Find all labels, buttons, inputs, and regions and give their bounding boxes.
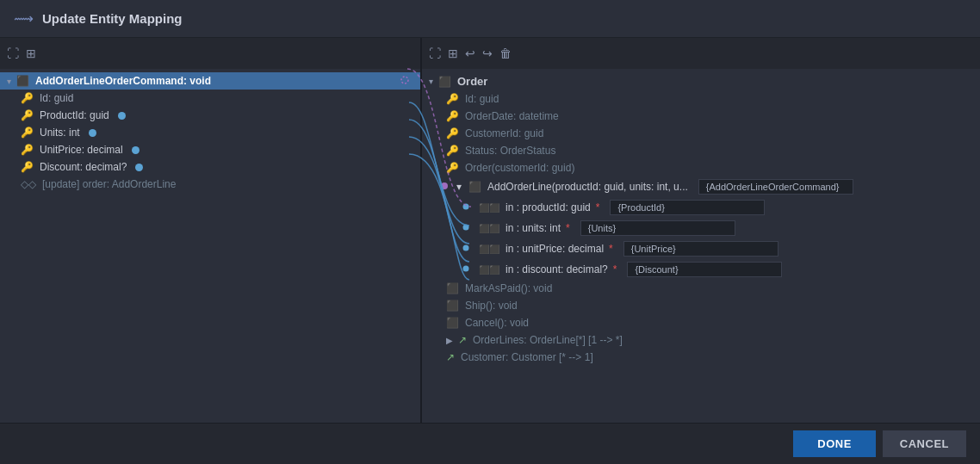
key-icon-3: 🔑 bbox=[21, 127, 34, 139]
right-tree: ▾ ⬛ Order 🔑 Id: guid 🔑 OrderDate: dateti… bbox=[422, 69, 980, 369]
right-root-chevron: ▾ bbox=[429, 77, 433, 86]
right-method-cube: ⬛ bbox=[468, 181, 481, 193]
orderlines-chevron: ▶ bbox=[446, 336, 453, 345]
param-unitprice-label: in : unitPrice: decimal bbox=[506, 243, 604, 255]
connector-dot-units bbox=[89, 129, 96, 137]
link-icon: ◇◇ bbox=[21, 178, 36, 190]
mapping-productid: {ProductId} bbox=[610, 200, 765, 215]
right-item-param-discount: ⬛⬛ in : discount: decimal? * {Discount} bbox=[422, 259, 980, 280]
svg-point-1 bbox=[441, 183, 448, 189]
left-item-update: ◇◇ [update] order: AddOrderLine bbox=[0, 176, 420, 193]
svg-point-2 bbox=[463, 203, 469, 209]
mapping-addorderline: {AddOrderLineOrderCommand} bbox=[698, 179, 853, 195]
svg-point-3 bbox=[463, 224, 469, 230]
right-customerid-label: CustomerId: guid bbox=[465, 127, 543, 139]
right-item-param-productid: ⬛⬛ in : productId: guid * {ProductId} bbox=[422, 197, 980, 218]
right-chevron-method: ▾ bbox=[456, 181, 462, 193]
method-cube-cancel: ⬛ bbox=[446, 317, 459, 329]
right-key-status: 🔑 bbox=[446, 145, 459, 157]
right-panel: ⛶ ⊞ ↩ ↪ 🗑 ▾ ⬛ Order 🔑 Id: guid 🔑 OrderDa… bbox=[422, 38, 980, 423]
left-productid-label: ProductId: guid bbox=[40, 109, 109, 121]
right-item-customer: ↗ Customer: Customer [* --> 1] bbox=[422, 349, 980, 366]
dialog-footer: DONE CANCEL bbox=[0, 423, 980, 464]
right-item-orderlines: ▶ ↗ OrderLines: OrderLine[*] [1 --> *] bbox=[422, 331, 980, 349]
chevron-down-icon: ▾ bbox=[7, 77, 11, 86]
delete-icon[interactable]: 🗑 bbox=[499, 46, 512, 60]
key-icon-4: 🔑 bbox=[21, 144, 34, 156]
left-item-unitprice: 🔑 UnitPrice: decimal bbox=[0, 141, 420, 158]
right-ctor-label: Order(customerId: guid) bbox=[465, 162, 574, 174]
param-connector-unitprice bbox=[460, 243, 472, 256]
mapping-units: {Units} bbox=[580, 220, 735, 236]
right-id-label: Id: guid bbox=[465, 93, 499, 105]
nav-icon-customer: ↗ bbox=[446, 351, 455, 363]
param-cube-productid: ⬛⬛ bbox=[479, 203, 499, 213]
right-item-order-ctor: 🔑 Order(customerId: guid) bbox=[422, 159, 980, 176]
undo-icon[interactable]: ↩ bbox=[465, 46, 475, 60]
param-cube-discount: ⬛⬛ bbox=[479, 265, 499, 275]
right-item-param-units: ⬛⬛ in : units: int * {Units} bbox=[422, 218, 980, 238]
right-item-param-unitprice: ⬛⬛ in : unitPrice: decimal * {UnitPrice} bbox=[422, 238, 980, 259]
customer-label: Customer: Customer [* --> 1] bbox=[461, 351, 593, 363]
method-cube-ship: ⬛ bbox=[446, 300, 459, 312]
right-item-customerid: 🔑 CustomerId: guid bbox=[422, 125, 980, 142]
right-key-customerid: 🔑 bbox=[446, 127, 459, 139]
right-method-label: AddOrderLine(productId: guid, units: int… bbox=[487, 181, 688, 193]
right-item-id: 🔑 Id: guid bbox=[422, 90, 980, 108]
right-item-cancel: ⬛ Cancel(): void bbox=[422, 314, 980, 331]
right-key-orderdate: 🔑 bbox=[446, 110, 459, 122]
param-units-label: in : units: int bbox=[506, 222, 561, 234]
left-discount-label: Discount: decimal? bbox=[40, 161, 127, 173]
left-update-label: [update] order: AddOrderLine bbox=[42, 178, 176, 190]
fullscreen-icon-right[interactable]: ⛶ bbox=[429, 46, 441, 60]
right-item-ship: ⬛ Ship(): void bbox=[422, 297, 980, 314]
right-key-id: 🔑 bbox=[446, 93, 459, 105]
orderlines-label: OrderLines: OrderLine[*] [1 --> *] bbox=[473, 334, 623, 346]
left-root-label: AddOrderLineOrderCommand: void bbox=[35, 75, 211, 87]
dotted-connector bbox=[396, 75, 413, 87]
param-discount-label: in : discount: decimal? bbox=[506, 263, 608, 275]
grid-icon-left[interactable]: ⊞ bbox=[26, 46, 36, 60]
cancel-button[interactable]: CANCEL bbox=[883, 430, 966, 457]
right-item-orderdate: 🔑 OrderDate: datetime bbox=[422, 108, 980, 125]
svg-point-0 bbox=[401, 77, 408, 84]
left-id-label: Id: guid bbox=[40, 92, 73, 104]
right-orderdate-label: OrderDate: datetime bbox=[465, 110, 559, 122]
left-root-item[interactable]: ▾ ⬛ AddOrderLineOrderCommand: void bbox=[0, 72, 420, 90]
ship-label: Ship(): void bbox=[465, 300, 518, 312]
right-status-label: Status: OrderStatus bbox=[465, 145, 555, 157]
left-item-productid: 🔑 ProductId: guid bbox=[0, 107, 420, 124]
connector-dot-unitprice bbox=[132, 146, 140, 154]
param-cube-unitprice: ⬛⬛ bbox=[479, 244, 499, 254]
right-toolbar: ⛶ ⊞ ↩ ↪ 🗑 bbox=[422, 38, 980, 69]
left-item-units: 🔑 Units: int bbox=[0, 124, 420, 141]
redo-icon[interactable]: ↪ bbox=[482, 46, 493, 60]
required-star-units: * bbox=[566, 222, 570, 234]
right-root-label: Order bbox=[457, 75, 487, 88]
param-connector-units bbox=[460, 222, 472, 235]
param-productid-label: in : productId: guid bbox=[506, 201, 591, 213]
connector-dot-productid bbox=[118, 112, 126, 120]
param-connector-discount bbox=[460, 263, 472, 276]
key-icon: 🔑 bbox=[21, 92, 34, 104]
grid-icon-right[interactable]: ⊞ bbox=[448, 46, 458, 60]
right-item-markaspaid: ⬛ MarkAsPaid(): void bbox=[422, 280, 980, 297]
key-icon-2: 🔑 bbox=[21, 109, 34, 121]
mapping-discount: {Discount} bbox=[627, 262, 782, 277]
param-connector-productid bbox=[460, 201, 472, 214]
done-button[interactable]: DONE bbox=[793, 430, 876, 457]
main-content: ⛶ ⊞ ▾ ⬛ AddOrderLineOrderCommand: void 🔑… bbox=[0, 38, 980, 423]
fullscreen-icon-left[interactable]: ⛶ bbox=[7, 46, 19, 60]
svg-point-5 bbox=[463, 265, 469, 271]
right-root-item: ▾ ⬛ Order bbox=[422, 72, 980, 90]
required-star-unitprice: * bbox=[609, 243, 613, 255]
required-star-discount: * bbox=[613, 263, 617, 275]
left-item-id: 🔑 Id: guid bbox=[0, 90, 420, 107]
cube-icon: ⬛ bbox=[16, 75, 29, 87]
right-key-ctor: 🔑 bbox=[446, 162, 459, 174]
param-cube-units: ⬛⬛ bbox=[479, 224, 499, 233]
right-item-status: 🔑 Status: OrderStatus bbox=[422, 142, 980, 159]
mapping-unitprice: {UnitPrice} bbox=[623, 241, 778, 257]
left-toolbar: ⛶ ⊞ bbox=[0, 38, 420, 69]
markaspaid-label: MarkAsPaid(): void bbox=[465, 282, 552, 294]
